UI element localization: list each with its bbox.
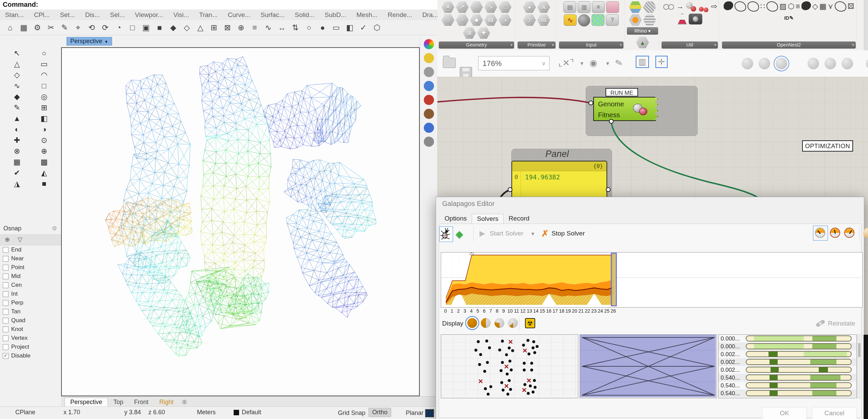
remote-control-panel-icon[interactable]: ▥: [636, 56, 649, 68]
list-scrollbar[interactable]: [857, 334, 862, 398]
fitness-output-node[interactable]: [609, 119, 614, 124]
galapagos-component[interactable]: Genome Fitness: [593, 97, 658, 121]
reinstate-button[interactable]: Reinstate: [828, 320, 855, 327]
genealogy-panel[interactable]: [580, 334, 717, 398]
component-icon[interactable]: ≡: [592, 1, 605, 13]
gauge-high-icon[interactable]: [844, 228, 854, 238]
toolbar-icon[interactable]: ↔: [275, 21, 289, 34]
tool-button[interactable]: ◧: [31, 114, 58, 124]
component-icon[interactable]: [689, 14, 702, 24]
component-icon[interactable]: ○: [470, 1, 483, 13]
genome-row[interactable]: 0.002...: [719, 366, 856, 374]
genome-input-node[interactable]: [589, 101, 593, 105]
toolbar-icon[interactable]: ✓: [357, 21, 370, 34]
tool-button[interactable]: ■: [31, 179, 58, 190]
ball-half-icon[interactable]: [481, 318, 491, 328]
component-icon[interactable]: [766, 1, 778, 12]
menu-tab[interactable]: Rende...: [383, 10, 417, 20]
tool-button[interactable]: ⊕: [31, 146, 58, 157]
stop-solver-button[interactable]: Stop Solver: [551, 230, 585, 237]
ok-button[interactable]: OK: [762, 407, 807, 419]
rhino-dropdown[interactable]: Rhino ▾: [627, 27, 658, 35]
tool-button[interactable]: ▭: [31, 59, 58, 70]
tool-button[interactable]: ↖: [3, 48, 31, 59]
toolbar-icon[interactable]: ⬡: [370, 21, 384, 34]
gh-panel-component[interactable]: {0} 0 194.96382: [511, 161, 607, 198]
osnap-checkbox[interactable]: [3, 335, 8, 341]
tool-button[interactable]: ✚: [3, 135, 31, 146]
menu-tab[interactable]: SubD...: [320, 10, 351, 20]
preview-mode-sphere-icon[interactable]: [842, 58, 853, 69]
toolbar-icon[interactable]: ◇: [180, 21, 194, 34]
toolbar-icon[interactable]: △: [194, 21, 207, 34]
toolbar-icon[interactable]: ▣: [139, 21, 153, 34]
tool-button[interactable]: ○: [31, 48, 58, 59]
component-icon[interactable]: ⚄: [848, 1, 854, 12]
component-icon[interactable]: ✕: [441, 1, 454, 13]
perspective-viewport[interactable]: [61, 47, 420, 396]
component-icon[interactable]: ◔: [456, 14, 469, 26]
monitor-icon[interactable]: [424, 67, 434, 77]
status-toggle[interactable]: Planar: [402, 409, 427, 417]
filter-icon[interactable]: ▽: [18, 236, 22, 243]
osnap-checkbox[interactable]: [3, 265, 8, 270]
osnap-checkbox[interactable]: [3, 282, 8, 288]
toolbar-icon[interactable]: ⌂: [3, 21, 17, 34]
chevron-down-icon[interactable]: ▼: [605, 60, 610, 66]
preview-mode-sphere-icon[interactable]: [759, 58, 770, 69]
material-icon[interactable]: [424, 95, 434, 105]
tool-button[interactable]: ◑: [31, 124, 58, 135]
component-icon[interactable]: ◑: [499, 14, 511, 26]
component-icon[interactable]: ∷: [760, 1, 765, 12]
command-bar[interactable]: Command:: [0, 0, 437, 10]
population-dots-panel[interactable]: [441, 334, 578, 398]
toolbar-icon[interactable]: ⊠: [221, 21, 234, 34]
component-icon[interactable]: [629, 14, 642, 26]
component-icon[interactable]: ≡: [796, 1, 800, 12]
component-icon[interactable]: ●: [523, 1, 536, 13]
component-icon[interactable]: ▨: [779, 1, 786, 12]
osnap-checkbox[interactable]: [3, 327, 8, 332]
viewport-tab[interactable]: Perspective: [65, 398, 108, 406]
insect-icon[interactable]: [439, 226, 453, 242]
osnap-checkbox[interactable]: [3, 274, 8, 279]
genome-list-panel[interactable]: 0.000...0.000...0.002...0.002...0.002...…: [718, 334, 857, 398]
toolbar-icon[interactable]: ≡: [248, 21, 261, 34]
gear-icon[interactable]: ⚙: [52, 225, 57, 232]
component-icon[interactable]: [835, 1, 846, 12]
toolbar-icon[interactable]: ⟳: [98, 21, 112, 34]
gem-icon[interactable]: ◆: [456, 228, 463, 240]
ribbon-scrollbar[interactable]: [864, 0, 868, 50]
component-icon[interactable]: ▤: [484, 14, 497, 26]
osnap-checkbox[interactable]: [3, 309, 8, 315]
preview-mode-sphere-icon[interactable]: [825, 58, 836, 69]
chevron-down-icon[interactable]: ▼: [579, 60, 584, 66]
gauge-mid-icon[interactable]: [830, 228, 840, 238]
component-icon[interactable]: ⬡: [788, 1, 794, 12]
component-icon[interactable]: [747, 1, 759, 12]
tool-button[interactable]: ◇: [3, 70, 31, 81]
osnap-checkbox[interactable]: [3, 300, 8, 306]
component-icon[interactable]: [698, 1, 710, 12]
component-icon[interactable]: ∿: [564, 14, 577, 26]
component-icon[interactable]: ▦: [819, 1, 827, 12]
tool-button[interactable]: ◐: [3, 124, 31, 135]
half-sphere-icon[interactable]: [424, 137, 434, 147]
tab-options[interactable]: Options: [439, 213, 472, 224]
component-icon[interactable]: [606, 1, 619, 13]
menu-tab[interactable]: Curve...: [223, 10, 256, 20]
tool-button[interactable]: □: [31, 81, 58, 92]
toolbar-icon[interactable]: □: [126, 21, 139, 34]
tool-button[interactable]: ◎: [31, 92, 58, 103]
toolbar-icon[interactable]: ✎: [58, 21, 71, 34]
genome-row[interactable]: 0.000...: [719, 335, 856, 343]
fitness-graph[interactable]: [441, 252, 863, 308]
tool-button[interactable]: ▦: [3, 157, 31, 168]
toolbar-icon[interactable]: ○: [302, 21, 316, 34]
zoom-extents-icon[interactable]: ⌞✕⌝: [558, 58, 574, 68]
tool-button[interactable]: ✎: [3, 103, 31, 114]
osnap-checkbox[interactable]: [3, 256, 8, 262]
status-toggle[interactable]: Ortho: [368, 408, 391, 417]
menu-tab[interactable]: Visi...: [168, 10, 194, 20]
toolbar-icon[interactable]: ⚙: [31, 21, 44, 34]
